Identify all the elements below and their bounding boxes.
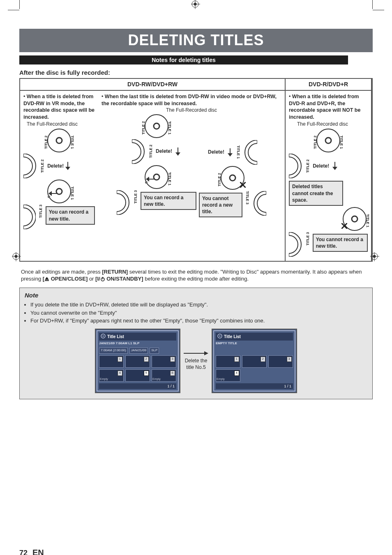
between-shots: Delete the title No.5 bbox=[184, 351, 208, 371]
cross-icon bbox=[240, 182, 246, 188]
thumb-4: 4Empty bbox=[99, 369, 124, 382]
after-heading: After the disc is fully recorded: bbox=[19, 69, 373, 77]
half-title3: TITLE 3 bbox=[38, 205, 43, 218]
delete-label-c1: Delete! bbox=[47, 163, 64, 169]
note-item-2: You cannot overwrite on the "Empty" bbox=[30, 309, 367, 317]
you-cannot-record-c3: You cannot record a new title. bbox=[313, 234, 368, 252]
osd-after: Title List EMPTY TITLE 1 2 3 4Empty 1 bbox=[212, 329, 297, 393]
osd-page-indicator: 1 / 1 bbox=[216, 383, 293, 389]
disc-label-title2: TITLE 2 bbox=[44, 136, 48, 149]
table-cell-col1: • When a title is deleted from DVD-RW in… bbox=[20, 90, 98, 261]
note-box: Note If you delete the title in DVD+RW, … bbox=[19, 288, 373, 399]
registration-mark-left bbox=[12, 252, 22, 262]
osd-meta-a: 7:00AM (2:00:00) bbox=[99, 348, 128, 354]
page-lang: EN bbox=[32, 548, 44, 555]
table-cell-col2: • When the last title is deleted from DV… bbox=[98, 90, 286, 261]
comparison-table: DVD-RW/DVD+RW DVD-R/DVD+R • When a title… bbox=[19, 78, 373, 262]
table-head-r: DVD-R/DVD+R bbox=[286, 79, 372, 90]
delete-label-c3: Delete! bbox=[313, 163, 329, 169]
thumb-6: 6Empty bbox=[152, 369, 176, 382]
registration-mark-right bbox=[370, 252, 380, 262]
note-title: Note bbox=[25, 291, 367, 299]
col2-bullet: When the last title is deleted from DVD-… bbox=[101, 94, 277, 106]
col2-fullrec: The Full-Recorded disc bbox=[101, 107, 281, 113]
col1-bullet: When a title is deleted from DVD-RW in V… bbox=[23, 94, 95, 120]
thumb-2: 2 bbox=[242, 355, 267, 368]
page-footer: 72 EN bbox=[19, 547, 373, 555]
you-can-record-c2: You can record a new title. bbox=[141, 192, 196, 210]
osd-page-indicator: 1 / 1 bbox=[99, 383, 176, 389]
thumb-5: 5 bbox=[125, 369, 150, 382]
page-title: DELETING TITLES bbox=[19, 29, 373, 52]
table-cell-col3: • When a title is deleted from DVD-R and… bbox=[286, 90, 372, 261]
osd-title-list: Title List bbox=[107, 334, 124, 340]
thumb-3: 3 bbox=[268, 355, 293, 368]
right-arrow-icon bbox=[184, 351, 208, 356]
thumb-4: 4Empty bbox=[216, 369, 240, 382]
note-item-3: For DVD+RW, if "Empty" appears right nex… bbox=[30, 317, 367, 325]
osd-meta-line: JAN/21/09 7:00AM L1 SLP bbox=[99, 341, 176, 347]
col3-bullet: When a title is deleted from DVD-R and D… bbox=[289, 94, 360, 120]
delete-label-c2a: Delete! bbox=[156, 148, 172, 154]
you-can-record-c1: You can record a new title. bbox=[46, 206, 95, 224]
thumb-3: 3 bbox=[152, 355, 176, 368]
editing-paragraph: Once all editings are made, press [RETUR… bbox=[21, 268, 371, 283]
eject-triangle-icon bbox=[44, 276, 49, 282]
svg-point-20 bbox=[219, 335, 221, 336]
osd-meta-b: JAN/21/09 bbox=[129, 348, 148, 354]
col1-fullrec: The Full-Recorded disc bbox=[27, 121, 95, 127]
thumb-2: 2 bbox=[125, 355, 150, 368]
svg-marker-11 bbox=[45, 277, 49, 280]
disc-title1-after: TITLE 1 bbox=[70, 187, 75, 200]
note-item-1: If you delete the title in DVD+RW, delet… bbox=[30, 301, 367, 309]
osd-meta-c: SLP bbox=[150, 348, 159, 354]
col3-fullrec: The Full-Recorded disc bbox=[297, 121, 368, 127]
cross-icon bbox=[341, 223, 347, 229]
half-title2: TITLE 2 bbox=[40, 159, 45, 173]
delete-label-c2b: Delete! bbox=[208, 149, 224, 155]
thumb-1: 1 bbox=[216, 355, 240, 368]
osd-title-list: Title List bbox=[224, 334, 241, 340]
osd-empty-title-line: EMPTY TITLE bbox=[216, 341, 293, 347]
svg-rect-12 bbox=[45, 280, 49, 281]
you-cannot-record-c2: You cannot record a new title. bbox=[199, 193, 242, 218]
osd-before: Title List JAN/21/09 7:00AM L1 SLP 7:00A… bbox=[95, 329, 180, 393]
disc-icon bbox=[217, 334, 222, 340]
svg-marker-18 bbox=[204, 351, 208, 355]
page-number: 72 bbox=[19, 549, 28, 555]
disc-label-title1: TITLE 1 bbox=[70, 136, 75, 149]
registration-mark-top bbox=[0, 0, 392, 10]
thumb-1: 1 bbox=[99, 355, 124, 368]
disc-icon bbox=[101, 334, 106, 340]
deleted-titles-note: Deleted titles cannot create the space. bbox=[289, 181, 343, 206]
svg-point-16 bbox=[103, 335, 104, 336]
power-icon bbox=[100, 276, 105, 282]
section-subheading: Notes for deleting titles bbox=[19, 55, 348, 65]
table-head-rw: DVD-RW/DVD+RW bbox=[20, 79, 286, 90]
